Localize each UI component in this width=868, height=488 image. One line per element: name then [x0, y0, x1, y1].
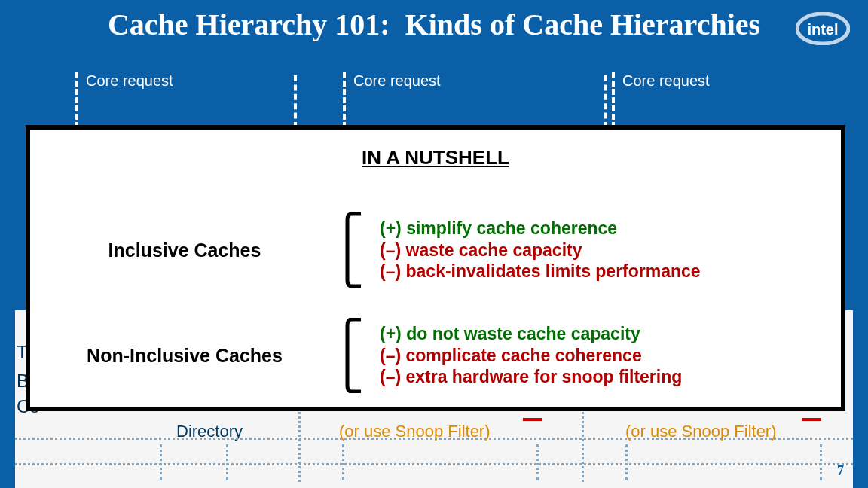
nutshell-panel: IN A NUTSHELL Inclusive Caches (+) simpl… — [26, 125, 845, 411]
inclusive-points: (+) simplify cache coherence (–) waste c… — [369, 218, 701, 282]
divider-dash — [294, 75, 297, 128]
noninclusive-con-1: (–) complicate cache coherence — [380, 345, 682, 367]
core-request-label-2: Core request — [343, 72, 441, 128]
intel-logo-icon: intel — [796, 12, 850, 48]
footer-grid — [15, 414, 853, 488]
divider-dash — [604, 75, 607, 128]
inclusive-con-2: (–) back-invalidates limits performance — [380, 261, 701, 282]
core-request-label-3: Core request — [612, 72, 710, 128]
svg-text:intel: intel — [807, 21, 838, 38]
inclusive-pro: (+) simplify cache coherence — [380, 218, 701, 239]
page-title: Cache Hierarchy 101: Kinds of Cache Hier… — [0, 9, 868, 41]
slide: Cache Hierarchy 101: Kinds of Cache Hier… — [0, 0, 868, 488]
left-bracket-icon — [339, 318, 369, 393]
background-left — [0, 0, 15, 488]
core-request-label-1: Core request — [75, 72, 173, 128]
noninclusive-row: Non-Inclusive Caches (+) do not waste ca… — [30, 318, 841, 393]
grid-row — [15, 414, 853, 440]
noninclusive-label: Non-Inclusive Caches — [30, 345, 339, 367]
noninclusive-con-2: (–) extra hardware for snoop filtering — [380, 366, 682, 388]
inclusive-row: Inclusive Caches (+) simplify cache cohe… — [30, 212, 841, 288]
left-bracket-icon — [339, 212, 369, 288]
page-number: 7 — [837, 463, 844, 479]
noninclusive-pro: (+) do not waste cache capacity — [380, 323, 682, 345]
background-right — [853, 0, 868, 488]
nutshell-heading: IN A NUTSHELL — [30, 146, 841, 169]
grid-row — [15, 465, 853, 488]
inclusive-con-1: (–) waste cache capacity — [380, 239, 701, 261]
inclusive-label: Inclusive Caches — [30, 239, 339, 261]
grid-row — [15, 440, 853, 465]
noninclusive-points: (+) do not waste cache capacity (–) comp… — [369, 323, 682, 388]
